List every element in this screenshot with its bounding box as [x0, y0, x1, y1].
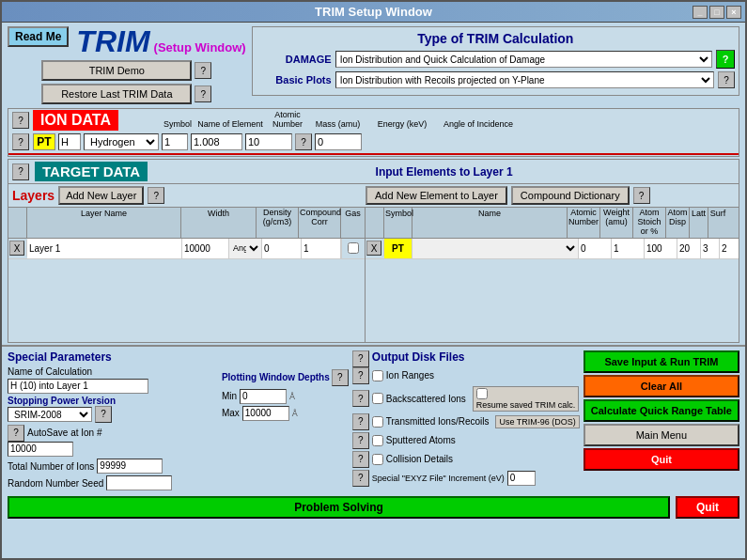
- plot-depths-help[interactable]: ?: [332, 369, 349, 386]
- backscattered-check[interactable]: [372, 393, 383, 404]
- trim-logo: TRIM: [76, 26, 149, 56]
- basic-plots-help[interactable]: ?: [718, 71, 735, 88]
- resume-box: Resume saved TRIM calc.: [473, 386, 579, 412]
- read-me-button[interactable]: Read Me: [8, 26, 69, 47]
- autosave-input[interactable]: [8, 442, 73, 457]
- quick-range-button[interactable]: Calculate Quick Range Table: [584, 399, 739, 422]
- output-files-help[interactable]: ?: [352, 350, 369, 367]
- ion-ranges-label: Ion Ranges: [386, 370, 434, 381]
- save-run-button[interactable]: Save Input & Run TRIM: [584, 350, 739, 373]
- compound-dict-help[interactable]: ?: [633, 187, 650, 204]
- ion-energy-help[interactable]: ?: [295, 133, 312, 150]
- element-stoich-input[interactable]: [645, 239, 677, 258]
- restore-trim-help[interactable]: ?: [195, 86, 211, 102]
- col-disp-right: Atom Disp: [666, 208, 690, 238]
- transmitted-label: Transmitted Ions/Recoils: [386, 416, 490, 427]
- data-rows-area: X Ang X: [8, 239, 739, 342]
- layer-compound-input[interactable]: [302, 239, 341, 258]
- layer-width-input[interactable]: [182, 239, 229, 258]
- add-element-button[interactable]: Add New Element to Layer: [366, 186, 507, 205]
- main-menu-button[interactable]: Main Menu: [584, 424, 739, 446]
- add-layer-button[interactable]: Add New Layer: [58, 186, 144, 205]
- stopping-select[interactable]: SRIM-2008: [8, 407, 92, 422]
- basic-plots-select[interactable]: Ion Distribution with Recoils projected …: [335, 71, 714, 88]
- compound-dict-button[interactable]: Compound Dictionary: [511, 186, 630, 205]
- maximize-button[interactable]: □: [709, 6, 724, 19]
- clear-all-button[interactable]: Clear All: [584, 375, 739, 397]
- layer-name-input[interactable]: [27, 239, 182, 258]
- layer-row-1: X Ang: [8, 239, 365, 259]
- title-bar: TRIM Setup Window _ □ ×: [2, 2, 745, 23]
- layer-density-input[interactable]: [262, 239, 302, 258]
- restore-trim-button[interactable]: Restore Last TRIM Data: [41, 84, 192, 104]
- ion-row-help[interactable]: ?: [12, 133, 29, 150]
- element-delete-btn[interactable]: X: [366, 241, 381, 256]
- exyz-input[interactable]: [507, 471, 536, 486]
- ion-mass[interactable]: [191, 133, 242, 150]
- setup-window-label: (Setup Window): [154, 40, 246, 54]
- window-controls: _ □ ×: [693, 6, 741, 19]
- plot-min-input[interactable]: [240, 389, 287, 404]
- trim-demo-help[interactable]: ?: [195, 62, 211, 79]
- exyz-help[interactable]: ?: [352, 470, 369, 487]
- backscattered-help[interactable]: ?: [352, 390, 369, 407]
- transmitted-help[interactable]: ?: [352, 413, 369, 430]
- output-files-section: ? Output Disk Files ? Ion Ranges ? Backs…: [352, 350, 580, 490]
- col-energy: Energy (keV): [369, 120, 435, 130]
- problem-solving-button[interactable]: Problem Solving: [8, 496, 670, 519]
- sputtered-help[interactable]: ?: [352, 432, 369, 449]
- col-symbol: Symbol: [163, 120, 192, 130]
- quit-bottom-button[interactable]: Quit: [676, 496, 739, 519]
- resume-check[interactable]: [476, 388, 488, 399]
- layer-gas-checkbox[interactable]: [348, 242, 359, 254]
- element-surf-input[interactable]: [720, 239, 739, 258]
- element-weight-input[interactable]: [612, 239, 645, 258]
- trim-demo-button[interactable]: TRIM Demo: [41, 60, 192, 81]
- ion-energy[interactable]: [245, 133, 292, 150]
- element-atomic-input[interactable]: [579, 239, 612, 258]
- ion-atomic-number[interactable]: [162, 133, 188, 150]
- random-seed-row: Random Number Seed: [8, 475, 218, 490]
- add-layer-help[interactable]: ?: [148, 187, 164, 204]
- autosave-help[interactable]: ?: [8, 425, 24, 442]
- element-latt-input[interactable]: [701, 239, 720, 258]
- ion-ranges-help[interactable]: ?: [352, 367, 369, 384]
- col-atomic-number: AtomicNumber: [269, 111, 306, 130]
- minimize-button[interactable]: _: [693, 6, 708, 19]
- quit-button[interactable]: Quit: [584, 448, 739, 471]
- random-seed-label: Random Number Seed: [8, 477, 103, 488]
- ion-element-symbol[interactable]: [58, 133, 81, 150]
- total-ions-input[interactable]: [97, 459, 163, 474]
- stopping-help[interactable]: ?: [95, 406, 112, 423]
- random-seed-input[interactable]: [106, 475, 172, 490]
- elements-scroll[interactable]: X PT: [366, 239, 739, 342]
- close-button[interactable]: ×: [726, 6, 741, 19]
- layer-unit-select[interactable]: Ang: [229, 239, 262, 258]
- resume-label: Resume saved TRIM calc.: [476, 400, 575, 410]
- element-disp-input[interactable]: [677, 239, 701, 258]
- transmitted-check[interactable]: [372, 416, 383, 428]
- autosave-label: AutoSave at Ion #: [27, 428, 140, 438]
- plot-max-input[interactable]: [242, 406, 289, 421]
- target-data-help[interactable]: ?: [12, 163, 29, 180]
- col-angle: Angle of Incidence: [441, 120, 516, 130]
- damage-select[interactable]: Ion Distribution and Quick Calculation o…: [335, 51, 712, 68]
- collision-help[interactable]: ?: [352, 451, 369, 468]
- ion-ranges-check[interactable]: [372, 370, 383, 381]
- col-layer-name-header: Layer Name: [27, 208, 181, 238]
- ion-element-select[interactable]: Hydrogen: [84, 133, 159, 150]
- total-ions-row: Total Number of Ions: [8, 459, 218, 474]
- trim-buttons: TRIM Demo ? Restore Last TRIM Data ?: [41, 60, 211, 104]
- ion-data-help[interactable]: ?: [12, 112, 29, 129]
- sputtered-check[interactable]: [372, 435, 383, 446]
- col-compound-header: CompoundCorr: [299, 208, 341, 238]
- layer-delete-btn[interactable]: X: [9, 241, 24, 256]
- use-trim96-box: Use TRIM-96 (DOS): [495, 415, 579, 428]
- calc-name-input[interactable]: [8, 379, 148, 394]
- element-name-select[interactable]: [412, 239, 579, 258]
- collision-check[interactable]: [372, 454, 383, 465]
- damage-help[interactable]: ?: [716, 50, 735, 69]
- ion-angle[interactable]: [315, 133, 362, 150]
- trim-type-section: Type of TRIM Calculation DAMAGE Ion Dist…: [252, 26, 739, 96]
- layers-scroll[interactable]: X Ang: [8, 239, 366, 342]
